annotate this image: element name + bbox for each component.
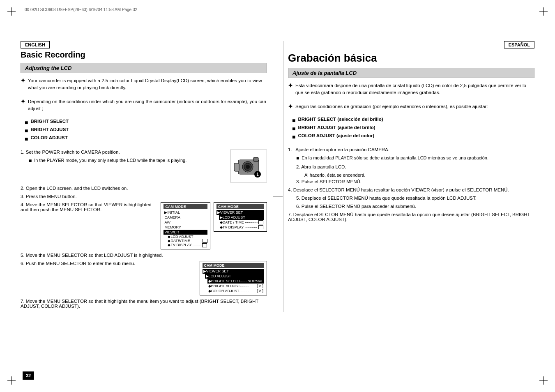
es-step-3: 3. Pulse el SELECTOR MENÚ. xyxy=(296,179,534,184)
es-sub-bullet-3: ■ COLOR ADJUST (ajuste del color) xyxy=(292,133,534,141)
step-6: 6. Push the MENU SELECTOR to enter the s… xyxy=(21,261,196,266)
es-step-2-num: 2. xyxy=(296,164,300,169)
camera-svg: 1 xyxy=(232,152,265,180)
es-step-7-text: Desplace el SLCTOR MENÚ hasta que quede … xyxy=(288,212,530,222)
reg-mark-tr xyxy=(539,7,548,16)
menu1-lcd-adjust: ◆LCD ADJUST xyxy=(168,235,207,239)
menu-screen-3: CAM MODE ▶VIEWER SET ▶LCD ADJUST ◆BRIGHT… xyxy=(200,261,267,295)
spanish-title: Grabación básica xyxy=(288,52,534,65)
step-5-text: Move the MENU SELECTOR so that LCD ADJUS… xyxy=(26,253,163,258)
menu1-title: CAM MODE xyxy=(164,204,207,209)
menu3-bright-adjust: ◆BRIGHT ADJUST········· [ 8 ] xyxy=(207,284,264,288)
es-step-2-text: Abra la pantalla LCD. xyxy=(301,164,346,169)
es-sub-bullet-1: ■ BRIGHT SELECT (selección del brillo) xyxy=(292,117,534,124)
step-1-sub: ■ In the PLAYER mode, you may only setup… xyxy=(29,158,226,164)
reg-mark-br xyxy=(539,376,548,385)
es-sub-bullet-2: ■ BRIGHT ADJUST (ajuste del brillo) xyxy=(292,125,534,132)
spanish-column: ESPAÑOL Grabación básica Ajuste de la pa… xyxy=(283,41,534,312)
menu2-viewer-set: ▶VIEWER SET xyxy=(216,210,264,215)
menu2-datetime: ◆DATE / TIME ············· xyxy=(219,220,264,225)
es-plus-icon-2: ✦ xyxy=(288,103,293,113)
menu1-datetime: ◆DATE/TIME ·········· xyxy=(168,239,207,243)
menu2-title: CAM MODE xyxy=(216,204,264,209)
es-step-1-sub: ■ En la modalidad PLAYER sólo se debe aj… xyxy=(296,155,534,162)
svg-rect-7 xyxy=(234,163,239,171)
es-step-5-text: Desplace el SELECTOR MENÚ hasta que qued… xyxy=(302,196,477,201)
main-columns: ENGLISH Basic Recording Adjusting the LC… xyxy=(21,41,534,312)
es-step-2-sub2: Al hacerlo, ésta se encenderá. xyxy=(304,173,534,178)
es-square-sub-1: ■ xyxy=(296,155,299,162)
spanish-subsection-header: Ajuste de la pantalla LCD xyxy=(288,68,534,78)
svg-rect-4 xyxy=(253,157,258,161)
menu1-memory: MEMORY xyxy=(164,225,207,230)
menu3-lcd-adjust: ▶LCD ADJUST xyxy=(205,274,264,279)
english-title: Basic Recording xyxy=(21,50,267,60)
center-cross xyxy=(273,191,283,201)
menu2-lcd-adjust: ▶LCD ADJUST xyxy=(219,215,264,220)
step-5: 5. Move the MENU SELECTOR so that LCD AD… xyxy=(21,253,267,258)
sub-bullet-1: ■ BRIGHT SELECT xyxy=(25,119,267,126)
english-badge: ENGLISH xyxy=(21,41,50,48)
es-sub-bullet-text-2: BRIGHT ADJUST (ajuste del brillo) xyxy=(298,125,375,130)
menu1-av: A/V xyxy=(164,220,207,225)
menu1-viewer: VIEWER xyxy=(164,230,207,235)
step-4: 4. Move the MENU SELECTOR so that VIEWER… xyxy=(21,202,157,212)
es-step-4-num: 4. xyxy=(288,187,292,192)
page: 00792D SCD903 US+ESP(28~63) 6/16/04 11:5… xyxy=(0,0,555,392)
es-sub-bullet-text-1: BRIGHT SELECT (selección del brillo) xyxy=(298,117,383,122)
step-6-text: Push the MENU SELECTOR to enter the sub-… xyxy=(26,261,135,266)
square-bullet-2: ■ xyxy=(25,127,28,134)
square-sub-1: ■ xyxy=(29,158,32,164)
menu2-tvdisplay: ◆TV DISPLAY ············ xyxy=(219,225,264,230)
square-bullet-3: ■ xyxy=(25,135,28,143)
file-info: 00792D SCD903 US+ESP(28~63) 6/16/04 11:5… xyxy=(25,7,137,12)
sub-bullet-text-3: COLOR ADJUST xyxy=(30,135,67,140)
step-2-text: Open the LCD screen, and the LCD switche… xyxy=(26,186,128,191)
step-1: 1. Set the POWER switch to CAMERA positi… xyxy=(21,150,226,154)
step-7-text: Move the MENU SELECTOR so that it highli… xyxy=(21,299,258,309)
es-plus-icon-1: ✦ xyxy=(288,82,293,100)
step-3-text: Press the MENU button. xyxy=(26,194,77,199)
sub-bullet-2: ■ BRIGHT ADJUST xyxy=(25,127,267,134)
es-step-7-num: 7. xyxy=(288,212,292,217)
camera-diagram: 1 xyxy=(230,150,267,182)
sub-bullet-text-2: BRIGHT ADJUST xyxy=(30,127,69,132)
square-bullet-1: ■ xyxy=(25,119,28,126)
adjusting-lcd-header: Adjusting the LCD xyxy=(21,63,267,73)
sub-bullet-3: ■ COLOR ADJUST xyxy=(25,135,267,143)
page-number: 32 xyxy=(23,371,34,380)
intro-bullet-1: ✦ Your camcorder is equipped with a 2.5 … xyxy=(21,77,267,95)
es-step-3-text: Pulse el SELECTOR MENÚ. xyxy=(302,179,362,184)
es-step-6-num: 6. xyxy=(296,204,300,209)
step-1-text: Set the POWER switch to CAMERA position. xyxy=(26,150,120,154)
es-square-bullet-3: ■ xyxy=(292,133,295,141)
es-intro-bullet-2: ✦ Según las condiciones de grabación (po… xyxy=(288,103,534,113)
es-intro-text-2: Según las condiciones de grabación (por … xyxy=(295,103,488,110)
es-intro-bullet-1: ✦ Esta videocámara dispone de una pantal… xyxy=(288,82,534,100)
step-1-sub-text: In the PLAYER mode, you may only setup t… xyxy=(34,158,187,164)
es-step-2: 2. Abra la pantalla LCD. xyxy=(296,164,534,169)
es-step-4-text: Desplace el SELECTOR MENÚ hasta resaltar… xyxy=(293,187,509,192)
es-step-1-sub-text: En la modalidad PLAYER sólo se debe ajus… xyxy=(302,155,488,162)
es-step-5: 5. Desplace el SELECTOR MENÚ hasta que q… xyxy=(296,196,534,201)
es-step-1-text: Ajuste el interruptor en la posición CAM… xyxy=(295,147,389,152)
menu3-viewer-set: ▶VIEWER SET xyxy=(203,269,264,274)
step-3: 3. Press the MENU button. xyxy=(21,194,267,199)
spanish-badge: ESPAÑOL xyxy=(504,41,534,48)
reg-mark-tl xyxy=(7,7,16,16)
reg-mark-bl xyxy=(7,376,16,385)
step-7: 7. Move the MENU SELECTOR so that it hig… xyxy=(21,299,267,309)
svg-text:1: 1 xyxy=(256,172,259,177)
es-intro-text-1: Esta videocámara dispone de una pantalla… xyxy=(295,82,534,97)
es-step-3-num: 3. xyxy=(296,179,300,184)
menu3-bright-select: ◆BRIGHT SELECT······· NORMAL xyxy=(207,279,264,284)
es-step-6-text: Pulse el SELECTOR MENÚ para acceder al s… xyxy=(302,204,416,209)
es-square-bullet-1: ■ xyxy=(292,117,295,124)
intro-bullet-2: ✦ Depending on the conditions under whic… xyxy=(21,98,267,116)
es-step-7: 7. Desplace el SLCTOR MENÚ hasta que que… xyxy=(288,212,534,222)
es-step-6: 6. Pulse el SELECTOR MENÚ para acceder a… xyxy=(296,204,534,209)
step-4-text: Move the MENU SELECTOR so that VIEWER is… xyxy=(21,202,152,212)
es-step-4: 4. Desplace el SELECTOR MENÚ hasta resal… xyxy=(288,187,534,192)
menu3-color-adjust: ◆COLOR ADJUST········· [ 8 ] xyxy=(207,288,264,293)
es-sub-bullet-text-3: COLOR ADJUST (ajuste del color) xyxy=(298,133,374,138)
